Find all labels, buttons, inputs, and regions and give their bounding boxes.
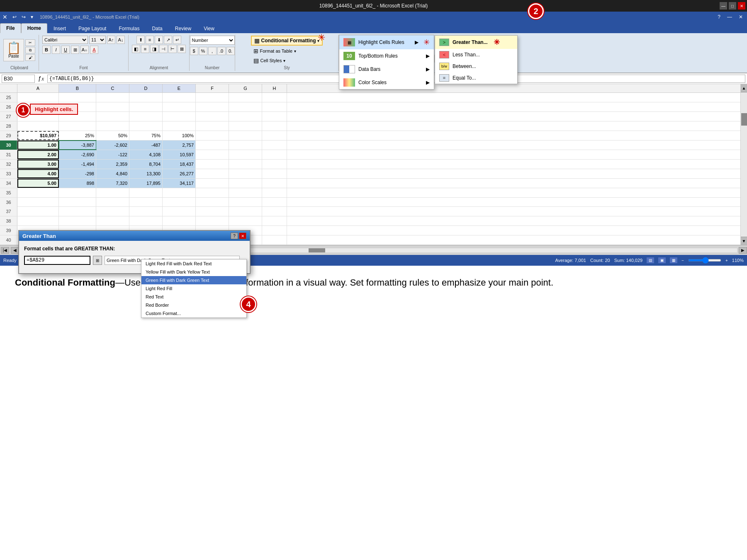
cell-h36[interactable] [262,198,287,207]
wrap-text-button[interactable]: ↵ [173,36,181,44]
cell-g28[interactable] [229,121,262,131]
cell-c35[interactable] [96,188,129,197]
tab-view[interactable]: View [197,24,221,33]
increase-font-button[interactable]: A↑ [107,36,115,44]
cell-f37[interactable] [196,207,229,216]
cell-d25[interactable] [129,93,163,102]
cell-b35[interactable] [59,188,96,197]
cell-c33[interactable]: 4,840 [96,169,129,178]
cell-d33[interactable]: 13,300 [129,169,163,178]
border-button[interactable]: ⊞ [71,46,79,54]
decrease-decimal-button[interactable]: 0. [226,47,235,55]
maximize-button[interactable]: □ [729,2,736,10]
zoom-out-button[interactable]: − [681,258,684,263]
col-header-c[interactable]: C [96,84,129,92]
cell-b29[interactable]: 25% [59,131,96,140]
tab-page-layout[interactable]: Page Layout [72,24,112,33]
cell-e28[interactable] [163,121,196,131]
cell-a36[interactable] [17,198,59,207]
cell-e25[interactable] [163,93,196,102]
dialog-help-button[interactable]: ? [231,233,238,239]
dialog-ref-button[interactable]: ⊞ [93,256,102,265]
cell-f38[interactable] [196,216,229,225]
greater-than-item[interactable]: > Greater Than... ✳ [435,36,517,49]
cell-d36[interactable] [129,198,163,207]
cell-e33[interactable]: 26,277 [163,169,196,178]
cell-c30[interactable]: -2,602 [96,141,129,150]
highlight-cells-rules-item[interactable]: ▦ Highlight Cells Rules ▶ ✳ [339,35,434,49]
cell-h26[interactable] [262,102,287,112]
cell-c32[interactable]: 2,359 [96,160,129,169]
cell-g26[interactable] [229,102,262,112]
cell-a29[interactable]: $10,597 [17,131,59,140]
cell-f36[interactable] [196,198,229,207]
cell-h38[interactable] [262,216,287,225]
dialog-close-button[interactable]: ✕ [239,233,246,239]
hscroll-right-button[interactable]: ▶ [739,247,747,254]
format-option-custom[interactable]: Custom Format... [141,309,246,318]
first-sheet-button[interactable]: |◀ [1,247,9,254]
cell-e36[interactable] [163,198,196,207]
cell-b30[interactable]: -3,887 [59,141,96,150]
font-color-button[interactable]: A [90,46,98,54]
redo-button[interactable]: ↪ [20,13,27,21]
tab-home[interactable]: Home [21,23,47,33]
less-than-item[interactable]: < Less Than... [435,49,517,61]
format-option-light-red[interactable]: Light Red Fill with Dark Red Text [141,259,246,268]
tab-review[interactable]: Review [169,24,197,33]
cell-e32[interactable]: 18,437 [163,160,196,169]
cell-f29[interactable] [196,131,229,140]
cell-b33[interactable]: -298 [59,169,96,178]
color-scales-item[interactable]: Color Scales ▶ [339,76,434,89]
cell-a25[interactable]: 1 Highlight cells. [17,93,59,102]
cell-c29[interactable]: 50% [96,131,129,140]
scroll-up-button[interactable]: ▲ [741,84,747,92]
cell-a32[interactable]: 3.00 [17,160,59,169]
cell-e35[interactable] [163,188,196,197]
fill-color-button[interactable]: A⬦ [80,46,89,54]
cell-h25[interactable] [262,93,287,102]
bold-button[interactable]: B [42,46,51,54]
format-option-red-text[interactable]: Red Text [141,293,246,301]
cell-c31[interactable]: -122 [96,150,129,159]
cell-b28[interactable] [59,121,96,131]
percent-button[interactable]: % [199,47,207,55]
cell-a30[interactable]: 1.00 [17,141,59,150]
tab-data[interactable]: Data [146,24,168,33]
tab-file[interactable]: File [0,23,21,33]
increase-indent-button[interactable]: ⊢ [168,45,177,53]
align-left-button[interactable]: ◧ [132,45,140,53]
underline-button[interactable]: U [61,46,70,54]
cell-d26[interactable] [129,102,163,112]
cell-h37[interactable] [262,207,287,216]
col-header-f[interactable]: F [196,84,229,92]
cell-a38[interactable] [17,216,59,225]
cell-e38[interactable] [163,216,196,225]
help-button[interactable]: ? [716,13,722,21]
cell-a37[interactable] [17,207,59,216]
cell-f30[interactable] [196,141,229,150]
top-bottom-rules-item[interactable]: 10 Top/Bottom Rules ▶ [339,49,434,63]
number-format-select[interactable]: Number [190,36,235,45]
paste-button[interactable]: 📋 Paste [3,39,24,61]
cell-f25[interactable] [196,93,229,102]
cell-a34[interactable]: 5.00 [17,179,59,188]
cell-b38[interactable] [59,216,96,225]
cell-h28[interactable] [262,121,287,131]
cell-f26[interactable] [196,102,229,112]
comma-button[interactable]: , [208,47,217,55]
prev-sheet-button[interactable]: ◀ [11,247,19,254]
currency-button[interactable]: $ [190,47,198,55]
cell-b32[interactable]: -1,494 [59,160,96,169]
between-item[interactable]: b/w Between... [435,61,517,72]
zoom-in-button[interactable]: + [725,258,728,263]
format-as-table-button[interactable]: ⊞ Format as Table ▾ [251,47,299,55]
cell-b25[interactable] [59,93,96,102]
undo-button[interactable]: ↩ [11,13,18,21]
window-controls[interactable]: — □ ✕ [720,2,745,10]
col-header-e[interactable]: E [163,84,196,92]
cell-d31[interactable]: 4,108 [129,150,163,159]
merge-center-button[interactable]: ⊠ [178,45,186,53]
align-center-button[interactable]: ≡ [141,45,149,53]
hscroll-thumb[interactable] [309,248,325,252]
